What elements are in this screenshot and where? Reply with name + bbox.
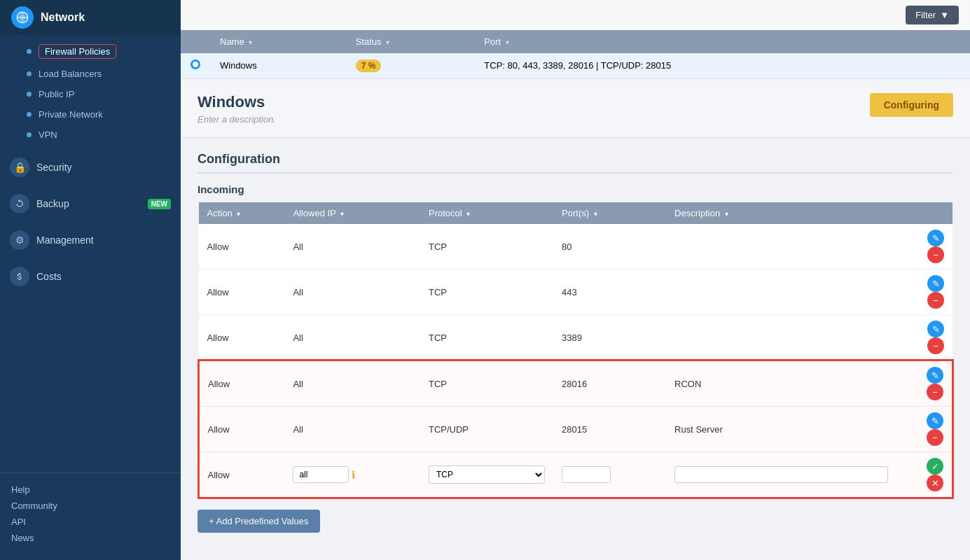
rule-action: Allow [199,360,285,407]
api-link[interactable]: API [11,514,169,530]
edit-rule-button[interactable]: ✎ [927,412,943,429]
confirm-rule-button[interactable]: ✓ [927,458,943,475]
rule-description [666,224,896,270]
edit-rule-button[interactable]: ✎ [927,275,944,292]
port-input[interactable] [562,466,611,483]
sidebar-item-public-ip[interactable]: Public IP [0,84,181,104]
row-status-cell: 7 % [346,53,475,78]
rule-port: 28015 [553,407,666,452]
name-sort-icon[interactable]: ▾ [249,38,252,46]
sidebar-header: Network [0,0,181,35]
community-link[interactable]: Community [11,498,169,514]
rule-description: RCON [666,360,896,407]
rule-port: 3389 [553,315,666,361]
edit-rule-button[interactable]: ✎ [927,367,943,384]
row-select-cell [181,53,210,78]
sidebar-item-label: Firewall Policies [39,44,116,59]
sidebar-item-label: Public IP [39,89,74,99]
rule-description [666,270,896,315]
sidebar-item-label: VPN [39,130,57,140]
sidebar-item-label: Private Network [39,109,103,120]
sidebar-category-label: Management [36,234,94,246]
ports-sort-icon[interactable]: ▾ [594,210,597,218]
remove-rule-button[interactable]: − [927,246,944,263]
filter-bar: Filter ▼ [181,0,970,30]
management-icon: ⚙ [10,230,29,250]
table-row[interactable]: Allow All TCP 3389 ✎ − [199,315,953,361]
sidebar-category-backup[interactable]: Backup NEW [0,186,181,222]
config-title: Configuration [198,152,953,174]
col-status: Status ▾ [346,30,475,53]
sidebar-item-firewall-policies[interactable]: Firewall Policies [0,39,181,64]
protocol-sort-icon[interactable]: ▾ [466,210,470,218]
allowed-ip-input[interactable] [293,466,349,483]
sidebar-category-costs[interactable]: Costs [0,258,181,295]
protocol-select[interactable]: TCP UDP TCP/UDP ICMP [429,465,545,484]
network-section: Firewall Policies Load Balancers Public … [0,35,181,149]
nav-dot [27,132,32,137]
edit-rule-button[interactable]: ✎ [927,321,944,337]
status-sort-icon[interactable]: ▾ [386,38,389,46]
sidebar-item-load-balancers[interactable]: Load Balancers [0,64,181,84]
rule-actions-cell: ✎ − [896,315,952,361]
firewall-list-table: Name ▾ Status ▾ Port ▾ [181,30,970,78]
sidebar-footer: Help Community API News [0,472,181,560]
incoming-title: Incoming [198,183,953,195]
add-predefined-button[interactable]: + Add Predefined Values [198,510,320,533]
sidebar-category-label: Costs [36,271,62,282]
rule-allowed-ip: All [284,270,420,315]
sidebar-item-vpn[interactable]: VPN [0,125,181,145]
rule-protocol: TCP [420,360,553,407]
rule-actions-cell: ✎ − [896,224,952,270]
sidebar-item-private-network[interactable]: Private Network [0,104,181,125]
rule-allowed-ip: All [284,224,420,270]
col-allowed-ip: Allowed IP ▾ [284,202,420,224]
edit-rule-button[interactable]: ✎ [927,230,944,246]
new-rule-action: Allow [199,452,285,498]
help-link[interactable]: Help [11,482,169,498]
filter-button[interactable]: Filter ▼ [906,6,959,24]
table-row[interactable]: Allow All TCP/UDP 28015 Rust Server ✎ − [199,407,953,452]
rule-action: Allow [199,224,285,270]
remove-rule-button[interactable]: − [927,337,944,354]
remove-rule-button[interactable]: − [927,429,943,446]
sidebar-title: Network [41,11,85,24]
table-row[interactable]: Windows 7 % TCP: 80, 443, 3389, 28016 | … [181,53,970,78]
cancel-rule-button[interactable]: ✕ [927,475,943,491]
configuring-button[interactable]: Configuring [870,93,953,117]
sidebar-category-management[interactable]: ⚙ Management [0,222,181,258]
col-action: Action ▾ [199,202,285,224]
filter-icon: ▼ [940,10,949,20]
rule-protocol: TCP/UDP [420,407,553,452]
rules-table: Action ▾ Allowed IP ▾ Protocol ▾ Port(s)… [198,202,953,498]
allowed-ip-sort-icon[interactable]: ▾ [340,210,344,218]
sidebar: Network Firewall Policies Load Balancers… [0,0,181,560]
sidebar-item-label: Load Balancers [39,69,102,79]
new-rule-description-cell [666,452,896,498]
news-link[interactable]: News [11,530,169,546]
rule-protocol: TCP [420,315,553,361]
col-select [181,30,210,53]
table-row[interactable]: Allow All TCP 443 ✎ − [199,270,953,315]
table-row[interactable]: Allow All TCP 28016 RCON ✎ − [199,360,953,407]
info-icon: ℹ [352,469,355,480]
rule-actions-cell: ✎ − [896,360,952,407]
remove-rule-button[interactable]: − [927,292,944,309]
rule-action: Allow [199,315,285,361]
table-row[interactable]: Allow All TCP 80 ✎ − [199,224,953,270]
col-name-label: Name [220,36,244,47]
costs-icon [10,267,29,286]
nav-dot [27,49,32,54]
new-rule-confirm-cell: ✓ ✕ [896,452,952,498]
col-status-label: Status [356,36,382,47]
remove-rule-button[interactable]: − [927,384,943,400]
rule-port: 80 [553,224,666,270]
description-input[interactable] [674,466,888,483]
description-sort-icon[interactable]: ▾ [725,210,728,218]
sidebar-category-security[interactable]: 🔒 Security [0,149,181,186]
col-name: Name ▾ [210,30,346,53]
rule-allowed-ip: All [284,407,420,452]
detail-title: Windows [198,93,276,111]
action-sort-icon[interactable]: ▾ [237,210,240,218]
port-sort-icon[interactable]: ▾ [506,38,509,46]
